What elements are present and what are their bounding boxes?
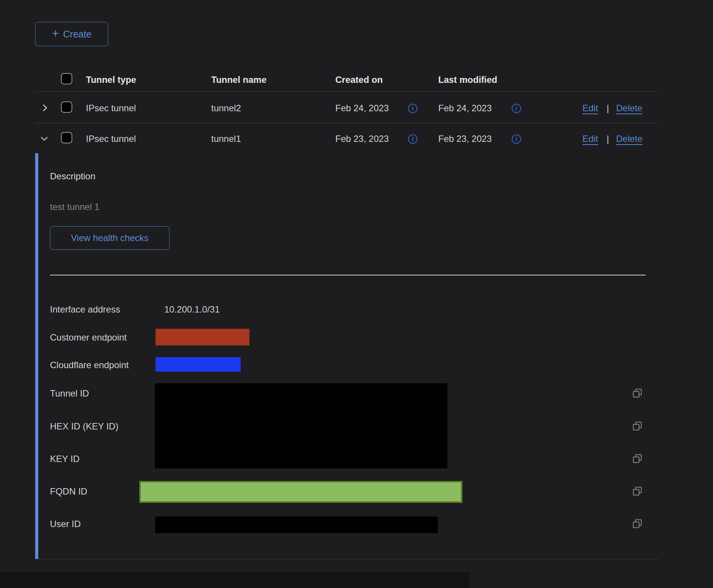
last-modified-cell: Feb 23, 2023 <box>438 133 492 145</box>
column-header-tunnel-type: Tunnel type <box>86 74 136 86</box>
create-button-label: Create <box>63 29 92 40</box>
row-divider <box>35 123 659 123</box>
copy-icon[interactable] <box>632 486 643 496</box>
plus-icon: + <box>52 27 59 39</box>
user-id-redaction <box>155 516 438 533</box>
info-icon[interactable]: i <box>512 134 521 144</box>
created-on-cell: Feb 24, 2023 <box>335 103 389 114</box>
column-header-created-on: Created on <box>335 74 383 86</box>
copy-icon[interactable] <box>632 421 643 431</box>
column-header-tunnel-name: Tunnel name <box>211 74 266 86</box>
interface-address-value: 10.200.1.0/31 <box>164 304 220 315</box>
cloudflare-endpoint-redaction <box>156 357 241 372</box>
customer-endpoint-label: Customer endpoint <box>50 332 127 343</box>
user-id-label: User ID <box>50 518 81 530</box>
select-all-checkbox[interactable] <box>61 73 72 84</box>
cloudflare-endpoint-label: Cloudflare endpoint <box>50 359 129 371</box>
customer-endpoint-redaction <box>156 329 249 345</box>
expanded-row-indicator-bar <box>35 153 38 559</box>
create-button[interactable]: + Create <box>35 22 108 46</box>
section-divider <box>50 275 646 275</box>
tunnel-name-cell: tunnel1 <box>211 133 241 145</box>
info-icon[interactable]: i <box>512 104 521 113</box>
table-bottom-divider <box>35 559 659 559</box>
copy-icon[interactable] <box>632 518 643 529</box>
tunnel-name-cell: tunnel2 <box>211 103 241 114</box>
tunnel-type-cell: IPsec tunnel <box>86 133 136 145</box>
delete-link[interactable]: Delete <box>616 133 642 145</box>
fqdn-id-redaction <box>139 481 462 503</box>
tunnel-ids-redaction <box>155 383 447 468</box>
info-icon[interactable]: i <box>408 104 417 113</box>
copy-icon[interactable] <box>632 388 643 398</box>
row-checkbox[interactable] <box>61 132 72 143</box>
column-header-last-modified: Last modified <box>438 74 497 86</box>
description-label: Description <box>50 171 95 182</box>
header-divider <box>35 91 659 92</box>
copy-icon[interactable] <box>632 453 643 464</box>
delete-link[interactable]: Delete <box>616 103 642 114</box>
tunnel-type-cell: IPsec tunnel <box>86 103 136 114</box>
row-checkbox[interactable] <box>61 101 72 113</box>
bottom-dark-band <box>0 572 469 588</box>
view-health-checks-button[interactable]: View health checks <box>50 226 170 250</box>
last-modified-cell: Feb 24, 2023 <box>438 103 492 114</box>
interface-address-label: Interface address <box>50 304 120 315</box>
description-value: test tunnel 1 <box>50 201 100 213</box>
key-id-label: KEY ID <box>50 453 79 465</box>
hex-id-label: HEX ID (KEY ID) <box>50 421 118 432</box>
action-separator: | <box>607 103 609 114</box>
ipsec-tunnels-page: + Create Tunnel type Tunnel name Created… <box>0 0 713 588</box>
tunnel-id-label: Tunnel ID <box>50 388 89 399</box>
created-on-cell: Feb 23, 2023 <box>335 133 389 145</box>
fqdn-id-label: FQDN ID <box>50 486 87 497</box>
chevron-down-icon[interactable] <box>39 134 49 145</box>
edit-link[interactable]: Edit <box>582 133 598 145</box>
edit-link[interactable]: Edit <box>582 103 598 114</box>
action-separator: | <box>607 133 609 145</box>
info-icon[interactable]: i <box>408 134 417 144</box>
chevron-right-icon[interactable] <box>40 103 50 114</box>
